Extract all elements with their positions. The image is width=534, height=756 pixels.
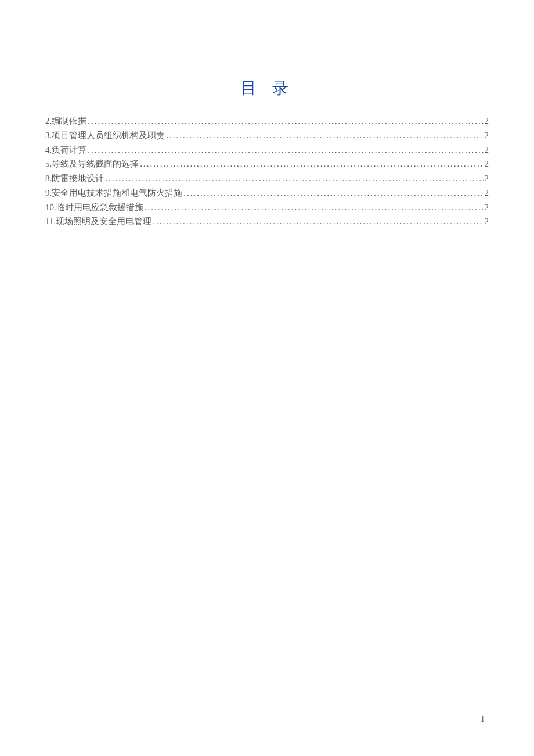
toc-entry[interactable]: 8.防雷接地设计 2	[45, 171, 489, 186]
toc-dots	[183, 186, 483, 200]
document-page: 目 录 2.编制依据 2 3.项目管理人员组织机构及职责 2 4.负荷计算 2 …	[0, 0, 534, 756]
toc-entry-page: 2	[485, 200, 489, 215]
toc-entry-label: 9.安全用电技术措施和电气防火措施	[45, 186, 182, 200]
page-number: 1	[481, 715, 485, 724]
toc-entry-label: 8.防雷接地设计	[45, 171, 104, 186]
toc-entry[interactable]: 11.现场照明及安全用电管理 2	[45, 214, 489, 229]
header-divider	[45, 41, 489, 42]
toc-entry[interactable]: 3.项目管理人员组织机构及职责 2	[45, 128, 489, 143]
toc-title: 目 录	[45, 77, 489, 99]
toc-entry[interactable]: 5.导线及导线截面的选择 2	[45, 157, 489, 171]
toc-entry-page: 2	[485, 114, 489, 128]
toc-dots	[145, 200, 484, 215]
toc-dots	[153, 214, 483, 229]
toc-entry-label: 4.负荷计算	[45, 143, 86, 157]
toc-dots	[166, 128, 483, 143]
toc-entry-page: 2	[485, 171, 489, 186]
toc-entry-page: 2	[485, 186, 489, 200]
toc-dots	[88, 114, 483, 128]
toc-dots	[105, 171, 483, 186]
toc-dots	[88, 143, 483, 157]
toc-list: 2.编制依据 2 3.项目管理人员组织机构及职责 2 4.负荷计算 2 5.导线…	[45, 114, 489, 229]
toc-entry-label: 2.编制依据	[45, 114, 86, 128]
toc-entry-label: 11.现场照明及安全用电管理	[45, 214, 151, 229]
toc-entry-label: 3.项目管理人员组织机构及职责	[45, 128, 165, 143]
toc-entry[interactable]: 4.负荷计算 2	[45, 143, 489, 157]
toc-entry-label: 5.导线及导线截面的选择	[45, 157, 139, 171]
toc-dots	[140, 157, 483, 171]
toc-entry-page: 2	[485, 157, 489, 171]
toc-entry[interactable]: 2.编制依据 2	[45, 114, 489, 128]
toc-entry[interactable]: 10.临时用电应急救援措施 2	[45, 200, 489, 215]
toc-entry-page: 2	[485, 143, 489, 157]
toc-entry-label: 10.临时用电应急救援措施	[45, 200, 143, 215]
toc-entry[interactable]: 9.安全用电技术措施和电气防火措施 2	[45, 186, 489, 200]
toc-entry-page: 2	[485, 214, 489, 229]
toc-entry-page: 2	[485, 128, 489, 143]
